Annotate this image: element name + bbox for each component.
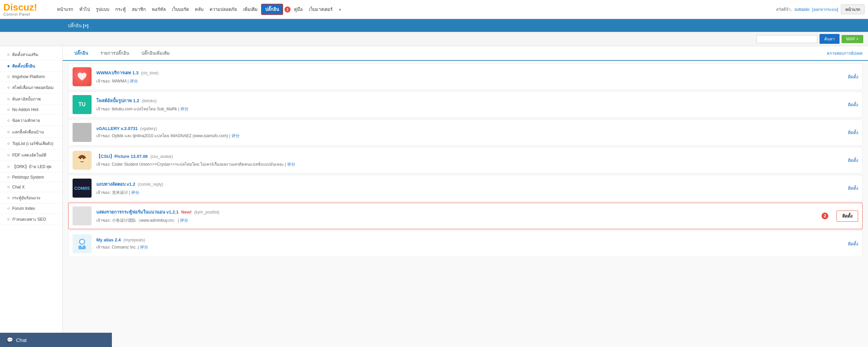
nav-general[interactable]: ทั่วไป <box>77 4 93 14</box>
sidebar-dot <box>7 109 9 111</box>
plugin-info: vGALLERY v.3.0731 (vgallery) เจ้าของ: Oy… <box>96 126 843 139</box>
nav-portal[interactable]: พอร์ทัล <box>149 4 169 14</box>
sidebar-item-seo[interactable]: กำหนดเฉพาะ SEO <box>0 214 62 225</box>
plugin-item-vgallery: vGALLERY v.3.0731 (vgallery) เจ้าของ: Oy… <box>68 119 863 146</box>
sidebar-label: ติดตั้งส่วนเสริม <box>12 51 38 58</box>
plugin-author: เจ้าของ: 小鱼设计团队（www.adminbuy.cn） | 评分 <box>96 217 822 223</box>
nav-expand[interactable]: » <box>336 5 344 13</box>
svg-point-4 <box>80 240 84 244</box>
map-button[interactable]: MAP + <box>842 35 863 43</box>
rating-link[interactable]: 评分 <box>232 133 240 138</box>
nav-badge: 1 <box>284 6 291 13</box>
sub-header-plus[interactable]: [+] <box>83 23 88 28</box>
sidebar-item-plugin[interactable]: ติดตั้งปลั๊กอิน <box>0 60 62 72</box>
install-button-4[interactable]: ติดตั้ง <box>848 157 858 164</box>
plugin-icon-myalias <box>73 234 92 253</box>
sidebar-item-greeting[interactable]: ข้อความทักทาย <box>0 115 62 126</box>
username-link[interactable]: suttasilo <box>794 7 809 12</box>
plugin-name-link[interactable]: My alias 2.4 <box>96 237 121 242</box>
plugin-name: โพสต์อัลบั้มรูปภาพ 1.2 (tietuku) <box>96 97 843 104</box>
plugin-author: เจ้าของ: Coder Student Union>>>Crystar>>… <box>96 161 843 167</box>
plugin-icon-vgallery <box>73 123 92 142</box>
plugin-info: WWMAบริการเดท 1.3 (cis_love) เจ้าของ: IW… <box>96 69 843 84</box>
chat-bar[interactable]: 💬 Chat <box>0 333 112 347</box>
plugin-name-link[interactable]: WWMAบริการเดท 1.3 <box>96 70 138 75</box>
sidebar-item-forum-index[interactable]: Forum Index <box>0 204 62 214</box>
nav-forum[interactable]: กระทู้ <box>113 4 129 14</box>
nav-club[interactable]: คลับ <box>192 4 206 14</box>
sidebar-item-album-search[interactable]: ค้นหาอัลบั้มภาพ <box>0 93 62 105</box>
logout-link[interactable]: [ออกจากระบบ] <box>812 6 838 13</box>
sub-header-title: ปลั๊กอิน [+] <box>68 22 88 29</box>
plugin-name-link[interactable]: แถบทางลัดตอบ v1.2 <box>96 182 135 187</box>
sidebar-item-pdf[interactable]: PDF แสดงอัตโนมัติ <box>0 149 62 161</box>
nav-webmaster[interactable]: เว็บมาสเตอร์ <box>306 4 335 14</box>
sidebar-label: TopList (เวอร์ชั่นเสียดัง) <box>12 140 53 147</box>
sidebar-item-slideshow[interactable]: สไลด์เลื่อนภาพยอดนิยม <box>0 82 62 93</box>
sidebar-item-no-addon[interactable]: No Addon Hint <box>0 105 62 115</box>
plugin-name-link[interactable]: vGALLERY v.3.0731 <box>96 126 138 131</box>
plugin-id: (comiis_reply) <box>138 182 163 187</box>
install-button-1[interactable]: ติดตั้ง <box>848 73 858 80</box>
install-button-5[interactable]: ติดตั้ง <box>848 185 858 192</box>
install-button-7[interactable]: ติดตั้ง <box>848 240 858 248</box>
main-nav: หน้าแรก ทั่วไป รูปแบบ กระทู้ สมาชิก พอร์… <box>54 4 776 15</box>
plugin-info: โพสต์อัลบั้มรูปภาพ 1.2 (tietuku) เจ้าของ… <box>96 97 843 112</box>
search-button[interactable]: ค้นหา <box>820 34 840 44</box>
check-update-btn[interactable]: ตรวจสอบการอัปเดต <box>827 47 863 60</box>
sidebar-item-imgshow[interactable]: Imgshow Platform <box>0 72 62 82</box>
home-button[interactable]: หน้าแรก <box>841 4 865 14</box>
plugin-info: My alias 2.4 (myrepeats) เจ้าของ: Comsen… <box>96 237 843 250</box>
sidebar-dot <box>7 120 9 122</box>
nav-manual[interactable]: คู่มือ <box>291 4 305 14</box>
sub-header-text: ปลั๊กอิน <box>68 23 82 28</box>
sidebar-item-chatx[interactable]: Chat X <box>0 182 62 192</box>
nav-more[interactable]: เพิ่มเติม <box>240 4 260 14</box>
plugin-name: 【CSU】Picture 13.07.06 (csu_avatar) <box>96 153 843 160</box>
sidebar-label: ติดตั้งปลั๊กอิน <box>12 63 35 69</box>
sidebar-item-hot-forum[interactable]: กระทู้อันร้อนแรง <box>0 192 62 204</box>
sidebar-item-addon[interactable]: ติดตั้งส่วนเสริม <box>0 49 62 60</box>
rating-link[interactable]: 评分 <box>140 245 148 250</box>
tab-plugin[interactable]: ปลั๊กอิน <box>68 46 94 61</box>
plugin-info: 【CSU】Picture 13.07.06 (csu_avatar) เจ้าข… <box>96 153 843 167</box>
sidebar-label: ค้นหาอัลบั้มภาพ <box>12 96 41 102</box>
rating-link[interactable]: 评分 <box>130 79 138 84</box>
sidebar-item-toplist[interactable]: TopList (เวอร์ชั่นเสียดัง) <box>0 138 62 149</box>
sidebar-item-petshopz[interactable]: Petshopz System <box>0 172 62 182</box>
sidebar-label: Imgshow Platform <box>12 74 45 79</box>
greeting-text: สวัสดีจ้า, <box>776 6 792 13</box>
nav-theme[interactable]: รูปแบบ <box>93 4 112 14</box>
install-button-2[interactable]: ติดตั้ง <box>848 101 858 108</box>
sidebar-item-drk[interactable]: 【DRK】ป้าย LED สุด <box>0 161 62 172</box>
plugin-name-link[interactable]: แสดงรายการกระทู้ฟอร์มในแนวนอน v1.2.1 <box>96 209 179 215</box>
nav-security[interactable]: ความปลอดภัย <box>207 4 240 14</box>
tab-plugin-list[interactable]: รายการปลั๊กอิน <box>94 46 135 61</box>
nav-member[interactable]: สมาชิก <box>129 4 149 14</box>
header: Discuz! Control Panel หน้าแรก ทั่วไป รูป… <box>0 0 868 19</box>
rating-link[interactable]: 评分 <box>180 218 188 223</box>
install-badge-2: 2 <box>822 213 828 219</box>
nav-home[interactable]: หน้าแรก <box>54 4 76 14</box>
sidebar-item-exchange[interactable]: แลกลิ้งค์เพื่อนบ้าน <box>0 126 62 138</box>
map-btn-label: MAP + <box>846 37 859 41</box>
nav-plugin[interactable]: ปลั๊กอิน <box>261 4 283 15</box>
plugin-name-link[interactable]: 【CSU】Picture 13.07.06 <box>96 154 148 159</box>
sidebar-label: กำหนดเฉพาะ SEO <box>12 216 46 222</box>
plugin-info: แสดงรายการกระทู้ฟอร์มในแนวนอน v1.2.1 New… <box>96 208 822 223</box>
tab-plugin-extra[interactable]: ปลั๊กอินเพิ่มเติม <box>135 46 176 61</box>
header-right: สวัสดีจ้า, suttasilo [ออกจากระบบ] หน้าแร… <box>776 4 865 14</box>
plugin-icon-tietuku: TU <box>73 95 92 114</box>
install-button-3[interactable]: ติดตั้ง <box>848 129 858 136</box>
rating-link[interactable]: 评分 <box>180 107 189 111</box>
plugin-name-link[interactable]: โพสต์อัลบั้มรูปภาพ 1.2 <box>96 98 139 103</box>
search-input[interactable] <box>756 35 817 43</box>
main-content: ปลั๊กอิน รายการปลั๊กอิน ปลั๊กอินเพิ่มเติ… <box>63 46 868 347</box>
install-button-6[interactable]: ติดตั้ง <box>836 211 858 222</box>
plugin-id: (cis_love) <box>141 71 158 75</box>
nav-board[interactable]: เว็บบอร์ด <box>169 4 192 14</box>
rating-link[interactable]: 评分 <box>131 190 139 195</box>
rating-link[interactable]: 评分 <box>287 162 295 167</box>
svg-point-5 <box>78 245 82 249</box>
sidebar-dot <box>7 131 9 133</box>
